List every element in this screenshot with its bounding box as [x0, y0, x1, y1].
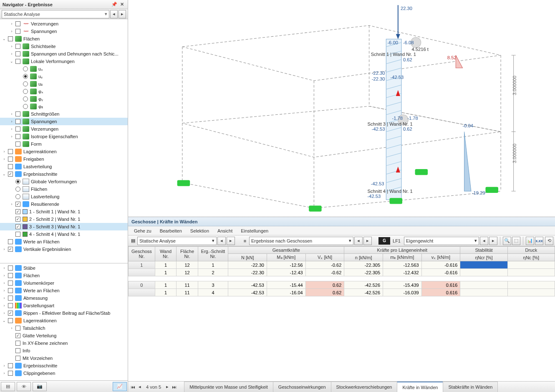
tree-item[interactable]: 4 - Schnitt 4 | Wand Nr. 1 [0, 230, 128, 238]
menu-item[interactable]: Ansicht [213, 228, 237, 233]
toolbar-combo-grouping[interactable]: Ergebnisse nach Geschossen▾ [249, 237, 353, 245]
results-tree[interactable]: ›〰Verzerrungen›〰Spannungen⌄Flächen›Schic… [0, 19, 128, 263]
checkbox[interactable]: ✓ [15, 333, 20, 338]
expand-icon[interactable]: › [2, 266, 7, 270]
tree-item[interactable]: Globale Verformungen [0, 178, 128, 185]
tree-item[interactable]: ›Volumenkörper [0, 279, 128, 287]
tree-item[interactable]: ⌄✓Ergebnisschnitte [0, 170, 128, 178]
result-tab[interactable]: Stockwerksverschiebungen [331, 382, 398, 392]
menu-item[interactable]: Selektion [186, 228, 213, 233]
page-last-icon[interactable]: ⏭ [171, 384, 177, 389]
toolbar-lc-prev[interactable]: ◂ [480, 237, 488, 245]
checkbox[interactable] [8, 149, 13, 154]
toolbar-prev2[interactable]: ◂ [354, 237, 363, 245]
expand-icon[interactable]: › [2, 281, 7, 285]
result-tab[interactable]: Stabkräfte in Wänden [443, 382, 498, 392]
checkbox[interactable] [8, 288, 13, 293]
toolbar-combo-loadcase[interactable]: Eigengewicht▾ [404, 237, 479, 245]
checkbox[interactable] [8, 157, 13, 162]
checkbox[interactable]: ✓ [15, 217, 20, 222]
page-prev-icon[interactable]: ◂ [138, 384, 142, 389]
toolbar-next2[interactable]: ▸ [363, 237, 372, 245]
display-tree[interactable]: ›Stäbe›Flächen›Volumenkörper›Werte an Fl… [0, 263, 128, 380]
tree-item[interactable]: φᵧ [0, 95, 128, 103]
tree-item[interactable]: ›〰Spannungen [0, 28, 128, 35]
radio[interactable] [23, 81, 28, 86]
next-button[interactable]: ▸ [119, 10, 126, 18]
pin-icon[interactable]: 📌 [111, 1, 118, 8]
expand-icon[interactable]: › [2, 288, 7, 293]
toolbar-lc-next[interactable]: ▸ [489, 237, 497, 245]
tree-item[interactable]: ›Werte an Flächen [0, 287, 128, 294]
results-grid[interactable]: Geschoss Nr. Wand Nr. Fläche Nr. Erg.-Sc… [128, 246, 555, 381]
tree-item[interactable]: ›Schichtseite [0, 43, 128, 50]
tree-item[interactable]: ›Schnittgrößen [0, 110, 128, 118]
tree-item[interactable]: uₓ [0, 65, 128, 73]
tree-item[interactable]: ›Stäbe [0, 264, 128, 272]
checkbox[interactable] [8, 303, 13, 308]
tree-item[interactable]: ›〰Verzerrungen [0, 20, 128, 28]
checkbox[interactable] [8, 371, 13, 376]
tree-item[interactable]: ›Ergebnisschnitte [0, 362, 128, 369]
menu-item[interactable]: Einstellungen [237, 228, 272, 233]
expand-icon[interactable]: › [9, 52, 14, 56]
checkbox[interactable]: ✓ [8, 311, 13, 316]
tree-item[interactable]: ›Lagerreaktionen [0, 148, 128, 155]
checkbox[interactable] [15, 119, 20, 124]
expand-icon[interactable]: ⌄ [2, 172, 7, 176]
checkbox[interactable] [8, 318, 13, 323]
expand-icon[interactable]: › [9, 44, 14, 48]
tree-item[interactable]: ›Spannungen und Dehnungen nach Schic... [0, 50, 128, 58]
close-icon[interactable]: ✕ [119, 1, 125, 8]
checkbox[interactable] [8, 363, 13, 368]
radio[interactable] [23, 96, 28, 101]
radio[interactable] [15, 187, 20, 192]
checkbox[interactable] [15, 126, 20, 132]
toolbar-sync-icon[interactable]: ⟲ [545, 237, 553, 245]
tree-item[interactable]: φ₂ [0, 103, 128, 110]
expand-icon[interactable]: › [2, 303, 7, 308]
checkbox[interactable]: ✓ [8, 247, 13, 252]
checkbox[interactable] [8, 36, 13, 41]
result-tab[interactable]: Mittelpunkte von Masse und Steifigkeit [184, 382, 273, 392]
radio[interactable] [23, 89, 28, 94]
table-row[interactable]: 01113-42.53-15.440.62-42.526-15.4390.616 [129, 281, 555, 289]
expand-icon[interactable]: ⌄ [2, 37, 7, 41]
tree-item[interactable]: ›Tatsächlich [0, 324, 128, 332]
checkbox[interactable]: ✓ [15, 209, 20, 214]
analysis-type-combo[interactable]: Statische Analyse ▾ [2, 10, 109, 18]
prev-button[interactable]: ◂ [110, 10, 118, 18]
radio[interactable] [23, 104, 28, 109]
table-row[interactable]: 1122-22.30-12.43-0.62-22.305-12.432-0.61… [129, 269, 555, 276]
tree-item[interactable]: In XY-Ebene zeichnen [0, 339, 128, 347]
expand-icon[interactable]: › [9, 22, 14, 26]
expand-icon[interactable]: › [9, 202, 14, 206]
expand-icon[interactable]: › [2, 149, 7, 154]
tree-item[interactable]: ›✓Vertikale Ergebnislinien [0, 245, 128, 253]
checkbox[interactable] [8, 296, 13, 301]
checkbox[interactable]: ✓ [15, 202, 20, 207]
tree-item[interactable]: ⌄Lokale Verformungen [0, 58, 128, 65]
checkbox[interactable] [15, 29, 20, 34]
tree-item[interactable]: u₂ [0, 80, 128, 88]
radio[interactable] [15, 194, 20, 199]
tree-item[interactable]: ›Clippingebenen [0, 369, 128, 377]
checkbox[interactable] [8, 239, 13, 244]
expand-icon[interactable]: › [9, 112, 14, 116]
checkbox[interactable] [8, 281, 13, 286]
checkbox[interactable] [8, 266, 13, 271]
checkbox[interactable] [8, 164, 13, 169]
checkbox[interactable] [15, 51, 20, 56]
checkbox[interactable] [15, 21, 20, 26]
expand-icon[interactable]: ⌄ [9, 59, 14, 63]
toolbar-xxx-icon[interactable]: x.xx [535, 237, 543, 245]
checkbox[interactable] [15, 134, 20, 139]
nav-btn-camera[interactable]: 📷 [33, 382, 47, 391]
result-tab[interactable]: Kräfte in Wänden [397, 382, 443, 392]
tree-item[interactable]: ⌄Lagerreaktionen [0, 317, 128, 324]
expand-icon[interactable]: › [2, 371, 7, 375]
tree-item[interactable]: ›Isotrope Eigenschaften [0, 133, 128, 140]
toolbar-select-icon[interactable]: ⬚ [512, 237, 520, 245]
tree-item[interactable]: ✓3 - Schnitt 3 | Wand Nr. 1 [0, 223, 128, 230]
toolbar-filter-icon[interactable]: 🔍 [503, 237, 511, 245]
